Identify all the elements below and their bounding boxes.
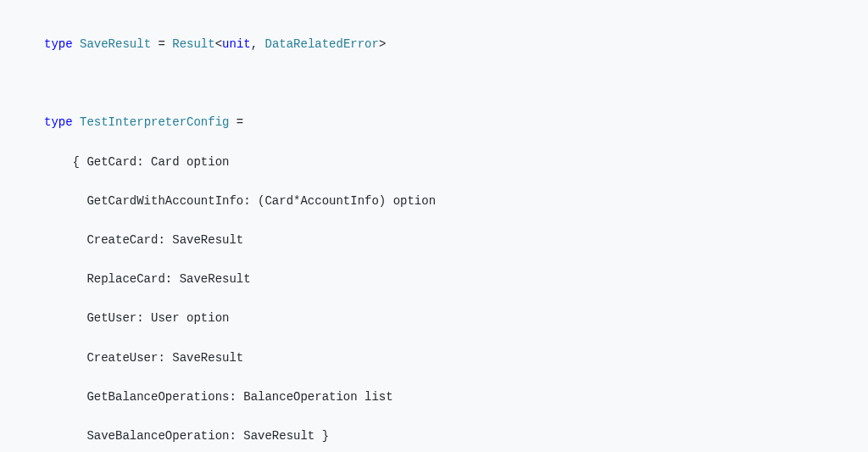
comma: , — [251, 37, 265, 51]
type-name: TestInterpreterConfig — [80, 115, 229, 129]
code-line: type SaveResult = Result<unit, DataRelat… — [44, 35, 824, 54]
code-line: CreateUser: SaveResult — [44, 349, 824, 368]
angle-open: < — [215, 37, 222, 51]
type-result: Result — [172, 37, 214, 51]
code-line: GetBalanceOperations: BalanceOperation l… — [44, 388, 824, 407]
code-line: CreateCard: SaveResult — [44, 231, 824, 250]
keyword-type: type — [44, 115, 73, 129]
code-block: type SaveResult = Result<unit, DataRelat… — [44, 15, 824, 452]
type-name: SaveResult — [80, 37, 151, 51]
keyword-unit: unit — [222, 37, 251, 51]
code-line-blank — [44, 74, 824, 93]
code-line: type TestInterpreterConfig = — [44, 113, 824, 132]
equals: = — [229, 115, 243, 129]
code-line: GetCardWithAccountInfo: (Card*AccountInf… — [44, 192, 824, 211]
angle-close: > — [379, 37, 386, 51]
code-line: SaveBalanceOperation: SaveResult } — [44, 427, 824, 446]
type-error: DataRelatedError — [265, 37, 379, 51]
equals: = — [151, 37, 172, 51]
code-line: GetUser: User option — [44, 309, 824, 328]
code-line: { GetCard: Card option — [44, 153, 824, 172]
keyword-type: type — [44, 37, 73, 51]
code-line: ReplaceCard: SaveResult — [44, 270, 824, 289]
